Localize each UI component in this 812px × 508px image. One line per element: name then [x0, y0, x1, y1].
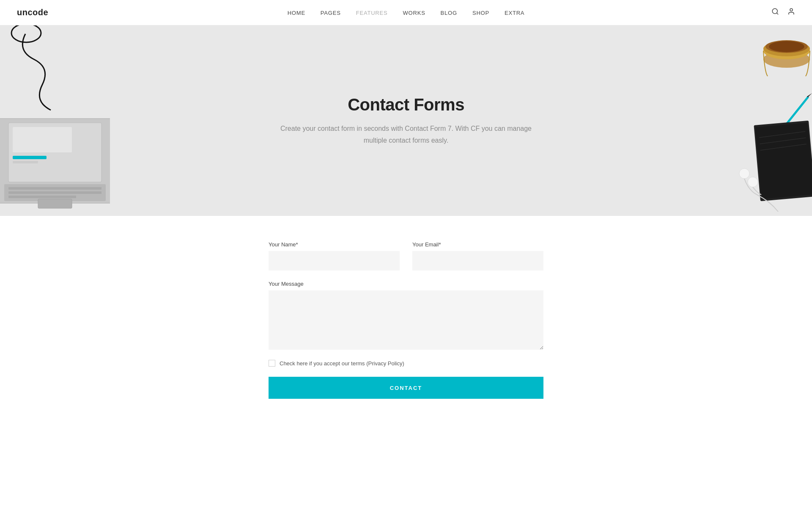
hero-section: Contact Forms Create your contact form i… — [0, 25, 812, 216]
nav-blog[interactable]: BLOG — [441, 10, 457, 16]
svg-rect-11 — [8, 191, 102, 194]
email-label: Your Email* — [412, 241, 543, 248]
name-group: Your Name* — [269, 241, 400, 271]
nav-shop[interactable]: SHOP — [472, 10, 489, 16]
svg-rect-12 — [8, 196, 76, 198]
nav-pages[interactable]: PAGES — [321, 10, 341, 16]
svg-rect-6 — [13, 127, 72, 152]
hero-subtitle: Create your contact form in seconds with… — [280, 123, 532, 146]
svg-rect-10 — [8, 187, 102, 190]
svg-point-2 — [790, 8, 793, 11]
user-icon[interactable] — [787, 8, 795, 17]
navbar: uncode HOME PAGES FEATURES WORKS BLOG SH… — [0, 0, 812, 25]
name-input[interactable] — [269, 251, 400, 271]
right-illustration — [702, 25, 812, 216]
name-email-row: Your Name* Your Email* — [269, 241, 543, 271]
hero-title: Contact Forms — [280, 95, 532, 114]
form-section: Your Name* Your Email* Your Message Chec… — [0, 216, 812, 433]
logo[interactable]: uncode — [17, 8, 48, 17]
message-textarea[interactable] — [269, 290, 543, 350]
message-group: Your Message — [269, 281, 543, 350]
svg-point-27 — [748, 177, 758, 187]
hero-content: Contact Forms Create your contact form i… — [280, 95, 532, 146]
svg-rect-7 — [13, 156, 47, 159]
email-group: Your Email* — [412, 241, 543, 271]
laptop-illustration — [0, 25, 110, 216]
nav-home[interactable]: HOME — [288, 10, 305, 16]
svg-rect-13 — [38, 199, 72, 208]
nav-links: HOME PAGES FEATURES WORKS BLOG SHOP EXTR… — [288, 9, 525, 17]
nav-extra[interactable]: EXTRA — [505, 10, 524, 16]
email-input[interactable] — [412, 251, 543, 271]
svg-line-1 — [776, 13, 778, 14]
submit-button[interactable]: CONTACT — [269, 377, 543, 399]
name-label: Your Name* — [269, 241, 400, 248]
checkbox-row: Check here if you accept our terms (Priv… — [269, 360, 543, 367]
svg-point-3 — [11, 25, 41, 42]
svg-point-18 — [769, 41, 804, 52]
terms-checkbox[interactable] — [269, 360, 275, 367]
search-icon[interactable] — [771, 8, 779, 17]
message-label: Your Message — [269, 281, 543, 287]
svg-rect-8 — [13, 161, 38, 163]
nav-works[interactable]: WORKS — [403, 10, 425, 16]
nav-features[interactable]: FEATURES — [356, 10, 388, 16]
nav-actions — [771, 8, 795, 17]
svg-marker-20 — [807, 93, 812, 97]
contact-form: Your Name* Your Email* Your Message Chec… — [269, 241, 543, 399]
terms-label: Check here if you accept our terms (Priv… — [280, 360, 404, 367]
svg-point-26 — [739, 168, 749, 179]
